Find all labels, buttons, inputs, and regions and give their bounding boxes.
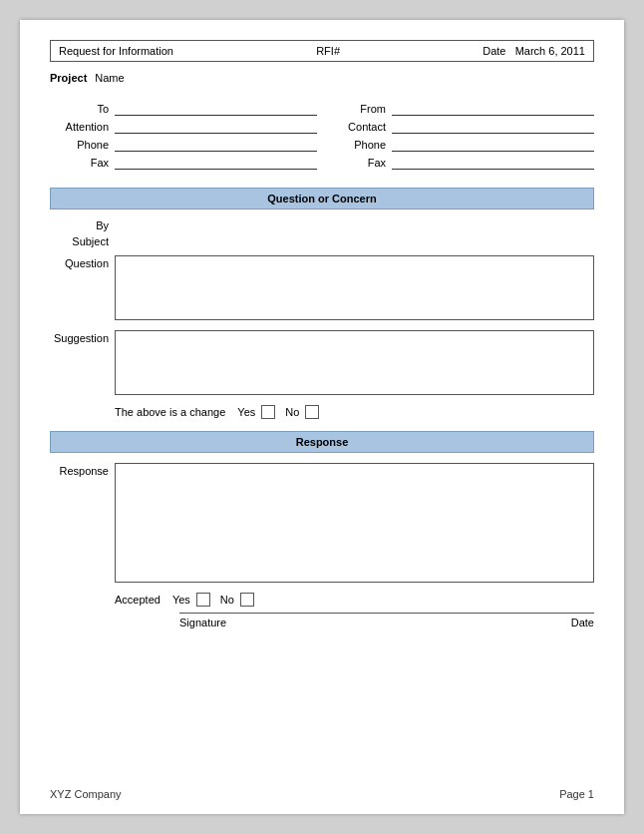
fax-row-from: Fax xyxy=(327,156,594,170)
date-section: Date March 6, 2011 xyxy=(483,45,585,57)
by-subject-section: By Subject xyxy=(50,219,594,247)
to-col: To Attention Phone Fax xyxy=(50,102,317,174)
subject-label: Subject xyxy=(50,235,115,247)
accepted-row: Accepted Yes No xyxy=(50,593,594,607)
no-label-change: No xyxy=(285,406,299,418)
footer: XYZ Company Page 1 xyxy=(50,788,594,800)
fax-label-from: Fax xyxy=(327,157,392,169)
signature-row: Signature Date xyxy=(179,613,594,628)
question-label: Question xyxy=(50,255,115,269)
fax-input-from[interactable] xyxy=(392,156,594,170)
attention-row: Attention xyxy=(50,120,317,134)
suggestion-label: Suggestion xyxy=(50,330,115,344)
rfi-label: RFI# xyxy=(316,45,340,57)
to-label: To xyxy=(50,103,115,115)
footer-page: Page 1 xyxy=(559,788,594,800)
accepted-text: Accepted xyxy=(115,594,161,606)
project-name: Name xyxy=(95,72,124,84)
project-row: Project Name xyxy=(50,70,594,86)
question-bar: Question or Concern xyxy=(50,188,594,209)
contact-label: Contact xyxy=(327,121,392,133)
phone-label-to: Phone xyxy=(50,139,115,151)
signature-label: Signature xyxy=(179,617,226,628)
change-row: The above is a change Yes No xyxy=(50,405,594,419)
response-row: Response xyxy=(50,463,594,583)
accepted-yes-checkbox[interactable] xyxy=(196,593,210,607)
no-checkbox-change[interactable] xyxy=(305,405,319,419)
phone-label-from: Phone xyxy=(327,139,392,151)
change-text: The above is a change xyxy=(115,406,225,418)
accepted-yes-label: Yes xyxy=(172,594,190,606)
question-textarea[interactable] xyxy=(115,255,594,320)
response-bar: Response xyxy=(50,431,594,453)
phone-row-from: Phone xyxy=(327,138,594,152)
phone-input-from[interactable] xyxy=(392,138,594,152)
fax-input-to[interactable] xyxy=(115,156,317,170)
date-value: March 6, 2011 xyxy=(515,45,585,57)
page: Request for Information RFI# Date March … xyxy=(20,20,624,814)
fields-section: To Attention Phone Fax From C xyxy=(50,102,594,174)
contact-input[interactable] xyxy=(392,120,594,134)
response-label: Response xyxy=(50,463,115,477)
from-col: From Contact Phone Fax xyxy=(317,102,594,174)
response-bar-title: Response xyxy=(296,436,349,448)
yes-checkbox-change[interactable] xyxy=(261,405,275,419)
response-textarea[interactable] xyxy=(115,463,594,583)
accepted-no-checkbox[interactable] xyxy=(240,593,254,607)
header-title: Request for Information xyxy=(59,45,173,57)
fax-label-to: Fax xyxy=(50,157,115,169)
contact-row: Contact xyxy=(327,120,594,134)
from-label: From xyxy=(327,103,392,115)
date-label: Date xyxy=(483,45,505,57)
attention-input[interactable] xyxy=(115,120,317,134)
question-bar-title: Question or Concern xyxy=(267,193,376,205)
subject-row: Subject xyxy=(50,235,594,247)
by-label: By xyxy=(50,219,115,231)
phone-input-to[interactable] xyxy=(115,138,317,152)
by-row: By xyxy=(50,219,594,231)
to-input[interactable] xyxy=(115,102,317,116)
project-label: Project xyxy=(50,72,87,84)
suggestion-row: Suggestion xyxy=(50,330,594,395)
question-row: Question xyxy=(50,255,594,320)
signature-date-label: Date xyxy=(571,617,594,628)
fax-row-to: Fax xyxy=(50,156,317,170)
suggestion-textarea[interactable] xyxy=(115,330,594,395)
footer-company: XYZ Company xyxy=(50,788,122,800)
attention-label: Attention xyxy=(50,121,115,133)
to-row: To xyxy=(50,102,317,116)
from-row: From xyxy=(327,102,594,116)
from-input[interactable] xyxy=(392,102,594,116)
accepted-no-label: No xyxy=(220,594,234,606)
phone-row-to: Phone xyxy=(50,138,317,152)
yes-label-change: Yes xyxy=(237,406,255,418)
header-bar: Request for Information RFI# Date March … xyxy=(50,40,594,62)
